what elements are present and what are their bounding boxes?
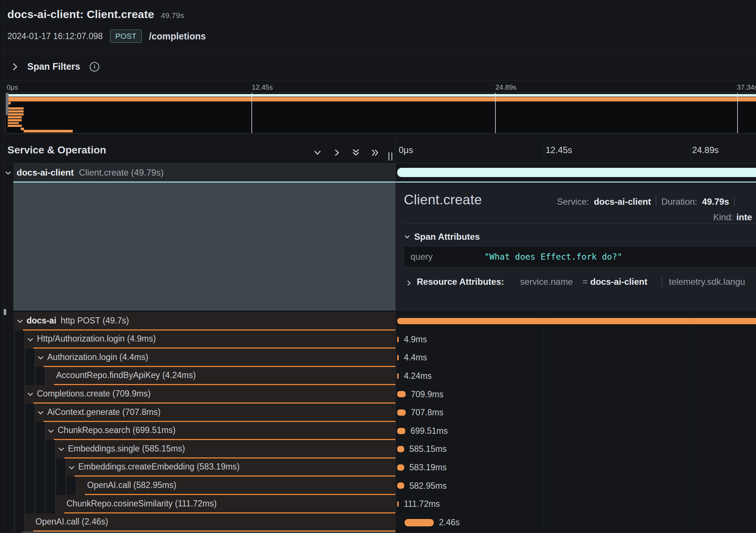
chevron-down-icon: [405, 235, 410, 239]
row-label: Embeddings.single (585.15ms): [68, 440, 185, 457]
span-duration-label: 583.19ms: [409, 458, 447, 477]
span-bar[interactable]: [397, 391, 406, 397]
span-bar-row[interactable]: 699.51ms: [396, 422, 756, 440]
span-duration-label: 2.46s: [439, 513, 460, 532]
span-bar-row[interactable]: 585.15ms: [396, 440, 756, 458]
chevron-down-icon[interactable]: [17, 319, 23, 323]
indent-guides: [4, 513, 25, 532]
root-span-bar-row[interactable]: [396, 163, 756, 181]
span-row[interactable]: OpenAI.call (582.95ms): [4, 477, 395, 495]
chevron-down-icon[interactable]: [38, 356, 44, 360]
indent-guides: [4, 312, 15, 330]
span-bar-row[interactable]: 4.4ms: [396, 349, 756, 367]
operation-name: ChunkRepo.cosineSimilarity (111.72ms): [66, 499, 217, 509]
span-bar[interactable]: [397, 373, 399, 379]
chevron-down-icon[interactable]: [27, 338, 33, 342]
minimap-root-span-bar: [7, 94, 756, 97]
operation-name: ChunkRepo.search (699.51ms): [58, 425, 176, 435]
chevron-down-icon[interactable]: [58, 447, 64, 451]
span-row[interactable]: AiContext.generate (707.8ms): [4, 404, 395, 422]
double-chevron-right-icon[interactable]: [371, 148, 379, 157]
indent-guides: [4, 349, 35, 367]
span-bar[interactable]: [397, 464, 404, 471]
chevron-down-icon[interactable]: [5, 171, 11, 175]
chevron-down-icon[interactable]: [38, 411, 44, 415]
span-row[interactable]: Embeddings.createEmbedding (583.19ms): [4, 458, 395, 477]
span-bar-row[interactable]: 583.19ms: [396, 458, 756, 477]
span-row[interactable]: Embeddings.single (585.15ms): [4, 440, 395, 458]
span-row[interactable]: docs-aihttp POST (49.7s): [4, 312, 395, 330]
span-filters-bar[interactable]: Span Filters i: [4, 53, 756, 80]
span-row[interactable]: ChunkRepo.search (699.51ms): [4, 422, 395, 440]
span-row[interactable]: AccountRepo.findByApiKey (4.24ms): [4, 367, 395, 385]
resource-attributes-row[interactable]: Resource Attributes: service.name = docs…: [396, 276, 756, 288]
span-bar-row[interactable]: 2.46s: [396, 513, 756, 532]
span-row[interactable]: OpenAI.call (2.46s): [4, 513, 395, 532]
double-chevron-down-icon[interactable]: [351, 148, 360, 157]
minimap[interactable]: [6, 93, 756, 134]
span-rows-right: 4.9ms4.4ms4.24ms709.9ms707.8ms699.51ms58…: [396, 312, 756, 532]
span-bar-row[interactable]: 111.72ms: [396, 495, 756, 513]
span-bar[interactable]: [397, 428, 405, 434]
indent-guides: [4, 385, 25, 404]
indent-guides: [4, 330, 25, 349]
chevron-right-icon[interactable]: [332, 148, 341, 157]
indent-guides: [4, 367, 46, 385]
span-row-root[interactable]: docs-ai-client Client.create (49.79s): [4, 163, 395, 181]
divider: [662, 277, 662, 287]
span-row[interactable]: Completions.create (709.9ms): [4, 385, 395, 404]
service-operation-header: Service & Operation: [4, 137, 395, 163]
page-title: docs-ai-client: Client.create: [7, 8, 154, 21]
root-span-bar[interactable]: [397, 168, 756, 177]
indent-guides: [4, 495, 56, 513]
span-attributes-header[interactable]: Span Attributes: [405, 232, 480, 242]
span-row[interactable]: Http/Authorization.login (4.9ms): [4, 330, 395, 349]
span-bar-row[interactable]: 582.95ms: [396, 477, 756, 495]
chevron-right-icon[interactable]: [407, 280, 411, 286]
indent-guides: [4, 477, 77, 495]
operation-name: Embeddings.single (585.15ms): [68, 444, 185, 454]
span-bar[interactable]: [397, 501, 399, 507]
divider: [656, 197, 656, 207]
minimap-gridline: [251, 93, 252, 134]
span-bar[interactable]: [397, 337, 399, 342]
row-label: OpenAI.call (2.46s): [35, 513, 108, 530]
span-bar-row[interactable]: 4.9ms: [396, 330, 756, 349]
span-bar[interactable]: [397, 409, 406, 416]
span-attributes-label: Span Attributes: [414, 232, 480, 242]
span-bar[interactable]: [397, 446, 404, 452]
span-detail-meta: Service: docs-ai-client Duration: 49.79s: [557, 197, 735, 207]
minimap-gridline: [495, 93, 496, 134]
span-bar[interactable]: [397, 355, 399, 360]
duration-value: 49.79s: [702, 197, 729, 207]
minimap-drag-handle[interactable]: [6, 93, 8, 115]
divider: [404, 223, 756, 224]
span-bar-row[interactable]: 4.24ms: [396, 367, 756, 385]
info-icon[interactable]: i: [90, 62, 99, 72]
minimap-tick-label: 12.45s: [252, 83, 273, 91]
resource-key: service.name: [520, 276, 573, 288]
row-label: docs-aihttp POST (49.7s): [27, 312, 129, 329]
operation-name: Completions.create (709.9ms): [37, 389, 151, 399]
span-bar[interactable]: [397, 318, 756, 324]
operation-name: Client.create (49.79s): [79, 167, 164, 178]
span-bar-row[interactable]: 709.9ms: [396, 385, 756, 404]
panel-resize-handle[interactable]: [388, 152, 392, 160]
minimap-span-bar: [24, 130, 73, 132]
chevron-down-icon[interactable]: [48, 429, 54, 433]
span-rows-left: docs-aihttp POST (49.7s)Http/Authorizati…: [4, 312, 395, 532]
span-row[interactable]: Authorization.login (4.4ms): [4, 349, 395, 367]
span-bar-row[interactable]: 707.8ms: [396, 404, 756, 422]
chevron-down-icon[interactable]: [27, 392, 33, 396]
span-row[interactable]: ChunkRepo.cosineSimilarity (111.72ms): [4, 495, 395, 513]
chevron-down-icon[interactable]: [313, 148, 322, 157]
minimap-span-bar: [8, 113, 24, 115]
minimap-http-span-bar: [7, 97, 756, 101]
span-bar[interactable]: [397, 482, 404, 489]
chevron-down-icon[interactable]: [69, 466, 75, 470]
span-bar[interactable]: [405, 519, 434, 526]
chevron-right-icon[interactable]: [13, 63, 18, 71]
span-bar-row[interactable]: [396, 312, 756, 330]
row-label: Embeddings.createEmbedding (583.19ms): [78, 458, 240, 475]
operation-name: Http/Authorization.login (4.9ms): [37, 334, 156, 344]
